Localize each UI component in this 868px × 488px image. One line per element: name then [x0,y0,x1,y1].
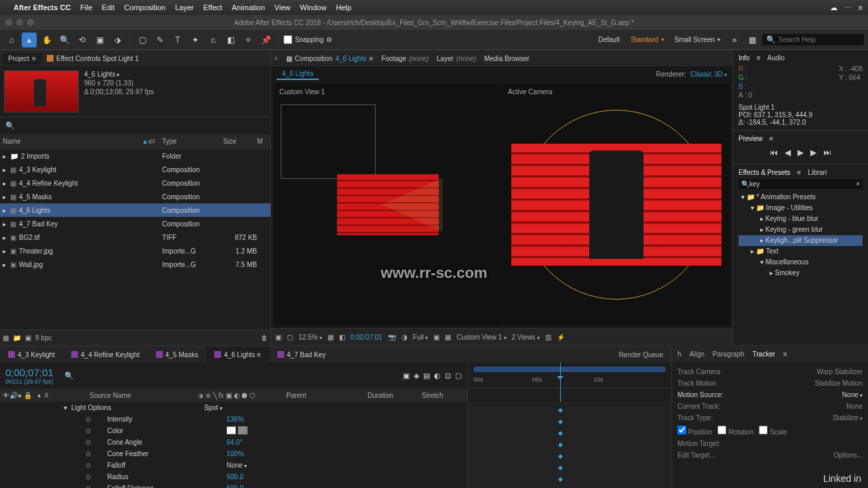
menu-help[interactable]: Help [336,3,351,12]
tab-info[interactable]: Info [738,54,750,62]
track-motion-button[interactable]: Track Motion [677,380,716,387]
pixel-aspect-icon[interactable]: ▥ [545,333,551,341]
app-name[interactable]: After Effects CC [14,3,71,12]
effects-tree-item[interactable]: ▾ 📁 Image - Utilities [738,203,863,214]
clone-tool-icon[interactable]: ⎌ [205,33,220,47]
first-frame-icon[interactable]: ⏮ [770,148,778,157]
hand-tool-icon[interactable]: ✋ [39,33,54,47]
project-item[interactable]: 4_3 KeylightComposition [0,163,271,176]
edit-target-button[interactable]: Edit Target... [677,451,715,459]
warp-stabilizer-button[interactable]: Warp Stabilizer [817,368,863,375]
effects-tree-item[interactable]: ▸ 📁 Text [738,246,863,257]
position-checkbox[interactable]: Position [677,426,712,436]
workspace-default[interactable]: Default [594,33,624,47]
layer-property[interactable]: ⊙Falloff Distance500.0 [0,483,467,488]
rotation-checkbox[interactable]: Rotation [717,426,753,436]
tab-libraries[interactable]: Librari [808,169,827,176]
res-icon[interactable]: ▦ [328,333,334,341]
views-count-dropdown[interactable]: 2 Views [512,333,540,341]
workspace-reset-icon[interactable]: ▦ [745,33,760,47]
cc-icon[interactable]: ☁ [830,3,837,12]
project-item[interactable]: Theater.jpgImporte...G1.2 MB [0,244,271,258]
menu-file[interactable]: File [80,3,92,12]
resolution-dropdown[interactable]: Full [413,333,428,341]
timeline-tracks[interactable]: 00s 05s 10s [468,363,671,488]
workspace-screen[interactable]: Small Screen [671,33,724,47]
menu-view[interactable]: View [275,3,291,12]
home-icon[interactable]: ⌂ [4,33,19,47]
timeline-tab[interactable]: 4_4 Refine Keylight [63,346,148,363]
snapshot-icon[interactable]: 📷 [388,333,396,341]
tab-audio[interactable]: Audio [768,54,785,62]
menu-edit[interactable]: Edit [102,3,115,12]
current-timecode[interactable]: 0;00;07;01 [5,367,54,378]
trash-icon[interactable]: 🗑 [261,334,268,342]
transparency-icon[interactable]: ▦ [445,333,451,341]
tab-effects-presets[interactable]: Effects & Presets [738,169,791,176]
tab-paragraph[interactable]: Paragraph [713,350,745,358]
effects-tree-item[interactable]: ▾ Miscellaneous [738,257,863,268]
layer-property[interactable]: ⊙Color [0,425,467,436]
view-right[interactable]: Active Camera [502,84,730,325]
viewer-tab-footage[interactable]: Footage (none) [381,55,429,62]
layer-property[interactable]: ⊙Cone Feather100% [0,448,467,460]
project-item[interactable]: BG2.tifTIFF872 KB [0,230,271,244]
camera-tool-icon[interactable]: ▣ [92,33,107,47]
expand-icon[interactable]: » [727,33,742,47]
menu-extra-icon[interactable]: ⋯ [844,3,852,12]
layer-property-list[interactable]: Light OptionsSpot⊙Intensity136%⊙Color ⊙C… [0,402,467,488]
tl-btn-3[interactable]: ▤ [423,371,430,380]
zoom-tool-icon[interactable]: 🔍 [57,33,72,47]
tl-btn-5[interactable]: ⊡ [445,371,451,380]
menu-effect[interactable]: Effect [203,3,222,12]
menu-layer[interactable]: Layer [175,3,194,12]
roto-tool-icon[interactable]: ✧ [241,33,256,47]
effects-tree-item[interactable]: ▸ Keying - blue blur [738,214,863,224]
timeline-tab[interactable]: 4_6 Lights ≡ [206,346,269,363]
renderer-dropdown[interactable]: Classic 3D [690,70,727,78]
clear-search-icon[interactable]: × [856,180,860,188]
view-dropdown[interactable]: Custom View 1 [456,333,506,341]
effects-tree-item[interactable]: ▸ Keying - green blur [738,224,863,235]
last-frame-icon[interactable]: ⏭ [823,148,831,157]
close-icon[interactable] [5,19,12,26]
menu-window[interactable]: Window [300,3,326,12]
motion-source-dropdown[interactable]: None [842,391,863,399]
effects-tree-item[interactable]: ▸ Keyligh...pill Suppressor [738,235,863,246]
fast-preview-icon[interactable]: ⚡ [557,333,565,341]
new-comp-icon[interactable]: ▣ [25,334,31,342]
project-list[interactable]: 2 ImportsFolder4_3 KeylightComposition4_… [0,149,271,329]
effects-tree[interactable]: ▾ 📁 * Animation Presets▾ 📁 Image - Utili… [738,192,863,279]
menu-composition[interactable]: Composition [124,3,165,12]
tab-tracker[interactable]: Tracker [753,350,776,358]
track-camera-button[interactable]: Track Camera [677,368,720,375]
effects-search[interactable]: 🔍× [738,179,863,189]
effects-tree-item[interactable]: ▾ 📁 * Animation Presets [738,192,863,203]
layer-property[interactable]: ⊙Intensity136% [0,413,467,425]
timeline-tab[interactable]: 4_3 Keylight [0,346,63,363]
tl-btn-1[interactable]: ▣ [403,371,410,380]
bpc-toggle[interactable]: 8 bpc [35,334,52,342]
project-item[interactable]: 2 ImportsFolder [0,149,271,163]
tab-effect-controls[interactable]: Effect Controls Spot Light 1 [41,53,144,64]
menu-animation[interactable]: Animation [232,3,265,12]
pen-tool-icon[interactable]: ✎ [153,33,167,47]
play-icon[interactable]: ▶ [797,148,804,157]
prev-frame-icon[interactable]: ◀ [785,148,791,157]
zoom-dropdown[interactable]: 12.5% [298,333,322,341]
layer-property[interactable]: ⊙Radius500.0 [0,471,467,483]
layer-group[interactable]: Light OptionsSpot [0,402,467,413]
project-item[interactable]: 4_7 Bad KeyComposition [0,217,271,230]
track-type-dropdown[interactable]: Stabilize [833,414,863,422]
viewer-tab-layer[interactable]: Layer (none) [437,55,476,62]
menu-list-icon[interactable]: ≡ [859,3,863,12]
viewer-tab-composition[interactable]: ▦ Composition 4_6 Lights ≡ [286,55,374,62]
layer-property[interactable]: ⊙FalloffNone [0,460,467,471]
zoom-icon[interactable] [27,19,34,26]
timeline-tab[interactable]: 4_5 Masks [148,346,206,363]
tab-align[interactable]: Align [690,350,705,358]
stabilize-motion-button[interactable]: Stabilize Motion [814,380,863,387]
tab-h[interactable]: h [677,350,682,358]
viewer-tab-media[interactable]: Media Browser [484,55,530,62]
project-item[interactable]: Wall.jpgImporte...G7.5 MB [0,258,271,271]
